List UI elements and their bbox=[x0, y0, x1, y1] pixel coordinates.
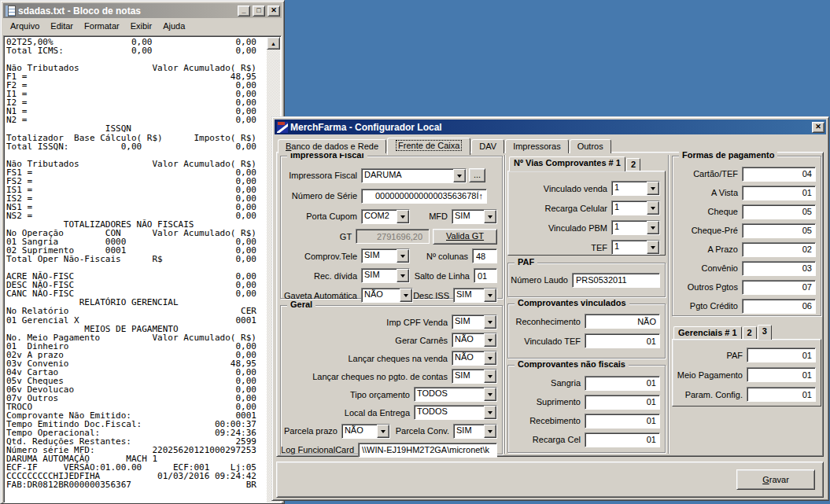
salto-linha-input[interactable] bbox=[474, 268, 497, 283]
vias-comprovantes-panel: Nº Vias Comprovantes # 1 2 Vinculado ven… bbox=[507, 156, 666, 256]
tab-banco-de-dados[interactable]: Banco de dados e Rede bbox=[278, 139, 386, 153]
chevron-down-icon[interactable] bbox=[647, 241, 659, 254]
chevron-down-icon[interactable] bbox=[377, 425, 389, 438]
browse-button[interactable]: ... bbox=[469, 168, 485, 182]
gt-label: GT bbox=[281, 232, 356, 241]
paf-title: PAF bbox=[515, 257, 537, 267]
a-prazo-input[interactable] bbox=[742, 242, 816, 257]
recarga-cel-input[interactable] bbox=[585, 432, 660, 447]
gravar-button[interactable]: Gravar bbox=[736, 469, 815, 490]
vinculado-pbm-select[interactable]: 1 bbox=[611, 220, 660, 235]
gerar-carnes-select[interactable]: NÃO bbox=[452, 333, 497, 348]
chevron-down-icon[interactable] bbox=[397, 210, 409, 223]
chevron-down-icon[interactable] bbox=[484, 315, 496, 329]
numero-laudo-input[interactable] bbox=[572, 273, 660, 288]
chevron-down-icon[interactable] bbox=[400, 289, 412, 302]
chevron-down-icon[interactable] bbox=[647, 182, 659, 195]
chevron-down-icon[interactable] bbox=[484, 406, 496, 419]
rec-divida-select[interactable]: SIM bbox=[361, 268, 410, 283]
chevron-down-icon[interactable] bbox=[397, 269, 409, 282]
local-entrega-select[interactable]: TODOS bbox=[414, 405, 497, 420]
gerenciais-panel: Gerenciais # 1 2 3 PAF Meio Pagamento Pa… bbox=[672, 324, 821, 407]
chevron-down-icon[interactable] bbox=[647, 201, 659, 215]
dialog-title: MerchFarma - Configurador Local bbox=[290, 122, 810, 133]
chevron-down-icon[interactable] bbox=[484, 370, 496, 383]
menu-ajuda[interactable]: Ajuda bbox=[157, 20, 190, 32]
tab-dav[interactable]: DAV bbox=[471, 139, 504, 153]
gaveta-select[interactable]: NÃO bbox=[361, 288, 413, 303]
cheques-pgto-contas-select[interactable]: SIM bbox=[452, 369, 497, 384]
vias-tab-2[interactable]: 2 bbox=[626, 158, 640, 171]
dialog-tabs: Banco de dados e Rede Frente de Caixa DA… bbox=[278, 136, 612, 153]
column-divider bbox=[668, 155, 670, 454]
a-vista-label: A Vista bbox=[673, 188, 742, 197]
n-colunas-input[interactable] bbox=[472, 248, 497, 263]
cartao-tef-input[interactable] bbox=[742, 167, 816, 182]
vinculado-tef-input[interactable] bbox=[585, 333, 660, 348]
rec-divida-label: Rec. dívida bbox=[281, 271, 361, 281]
vinculado-venda-select[interactable]: 1 bbox=[611, 181, 660, 196]
cheques-venda-select[interactable]: NÃO bbox=[452, 351, 497, 366]
imp-cpf-venda-select[interactable]: SIM bbox=[452, 315, 497, 329]
convenio-input[interactable] bbox=[742, 261, 816, 276]
chevron-down-icon[interactable] bbox=[647, 221, 659, 234]
reconhecimento-label: Reconhecimento bbox=[508, 317, 585, 326]
gerenciais-tab-1[interactable]: Gerenciais # 1 bbox=[673, 326, 742, 339]
minimize-button[interactable]: _ bbox=[238, 6, 250, 17]
gerenciais-tab-3[interactable]: 3 bbox=[758, 325, 772, 340]
porta-cupom-select[interactable]: COM2 bbox=[361, 209, 410, 224]
tab-impressoras[interactable]: Impressoras bbox=[505, 139, 569, 153]
gerenciais-tab-2[interactable]: 2 bbox=[743, 326, 757, 339]
suprimento-input[interactable] bbox=[585, 395, 660, 410]
scroll-up-icon[interactable]: ▲ bbox=[267, 37, 280, 50]
suprimento-label: Suprimento bbox=[508, 397, 585, 407]
close-button[interactable]: ✕ bbox=[267, 6, 280, 17]
cheque-pre-input[interactable] bbox=[742, 223, 816, 238]
comprov-tele-select[interactable]: SIM bbox=[361, 248, 410, 263]
impressora-fiscal-select[interactable]: DARUMA bbox=[361, 168, 467, 183]
chevron-down-icon[interactable] bbox=[484, 210, 496, 223]
tef-select[interactable]: 1 bbox=[611, 240, 660, 255]
param-config-input[interactable] bbox=[747, 387, 816, 402]
recebimento-input[interactable] bbox=[585, 414, 660, 429]
tipo-orcamento-select[interactable]: TODOS bbox=[414, 387, 497, 402]
chevron-down-icon[interactable] bbox=[484, 351, 496, 365]
vias-tab-1[interactable]: Nº Vias Comprovantes # 1 bbox=[509, 156, 625, 171]
parcela-prazo-select[interactable]: NÃO bbox=[341, 424, 390, 439]
parcela-conv-select[interactable]: SIM bbox=[453, 424, 497, 439]
chevron-down-icon[interactable] bbox=[453, 169, 466, 182]
tab-frente-de-caixa[interactable]: Frente de Caixa bbox=[387, 138, 470, 155]
notepad-text[interactable]: 02T25,00% 0,00 0,00 Total ICMS: 0,00 0,0… bbox=[6, 38, 266, 502]
sangria-input[interactable] bbox=[585, 376, 660, 391]
maximize-button[interactable]: □ bbox=[253, 6, 265, 17]
formas-pagamento-title: Formas de pagamento bbox=[679, 150, 777, 160]
menu-editar[interactable]: Editar bbox=[45, 20, 79, 32]
notepad-text-area[interactable]: 02T25,00% 0,00 0,00 Total ICMS: 0,00 0,0… bbox=[3, 35, 282, 503]
impressora-fiscal-label: Impressora Fiscal bbox=[281, 171, 361, 180]
cheque-input[interactable] bbox=[742, 204, 816, 219]
cheques-venda-label: Lançar cheques na venda bbox=[281, 354, 452, 363]
outros-pgtos-input[interactable] bbox=[742, 280, 816, 295]
a-vista-input[interactable] bbox=[742, 186, 816, 200]
paf-gerencial-input[interactable] bbox=[747, 348, 816, 362]
chevron-down-icon[interactable] bbox=[484, 333, 496, 347]
reconhecimento-input[interactable] bbox=[585, 314, 660, 329]
valida-gt-button[interactable]: Valida GT bbox=[433, 229, 497, 245]
close-button[interactable]: ✕ bbox=[812, 122, 824, 133]
gerenciais-tabs: Gerenciais # 1 2 3 bbox=[672, 324, 821, 339]
menu-exibir[interactable]: Exibir bbox=[125, 20, 158, 32]
chevron-down-icon[interactable] bbox=[484, 425, 496, 438]
menu-formatar[interactable]: Formatar bbox=[79, 20, 125, 32]
log-funcionalcard-input[interactable] bbox=[358, 443, 497, 458]
mfd-select[interactable]: SIM bbox=[452, 209, 497, 224]
recarga-celular-select[interactable]: 1 bbox=[611, 200, 660, 215]
chevron-down-icon[interactable] bbox=[397, 249, 409, 263]
meio-pagamento-input[interactable] bbox=[747, 367, 816, 382]
tab-outros[interactable]: Outros bbox=[570, 139, 611, 153]
chevron-down-icon[interactable] bbox=[484, 388, 496, 401]
numero-serie-input[interactable] bbox=[361, 189, 487, 204]
menu-arquivo[interactable]: Arquivo bbox=[5, 20, 45, 32]
desc-iss-select[interactable]: SIM bbox=[453, 288, 497, 303]
pgto-credito-input[interactable] bbox=[742, 299, 816, 314]
chevron-down-icon[interactable] bbox=[484, 289, 496, 302]
